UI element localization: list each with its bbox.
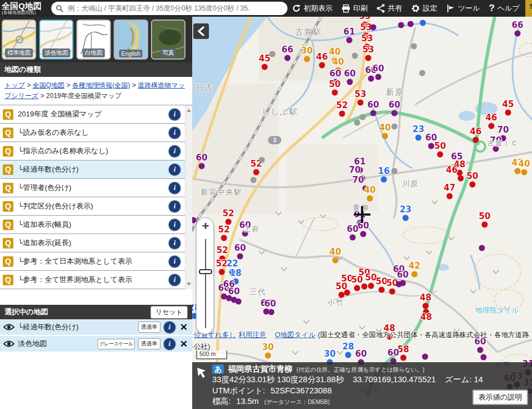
map-layer-option[interactable]: Q└参考：全て世界測地系として表示i [0, 271, 192, 289]
bridge-point[interactable] [368, 283, 374, 289]
bridge-point[interactable] [269, 309, 275, 315]
share-button[interactable]: 共有 [372, 0, 407, 17]
map-layer-option[interactable]: Q└判定区分(色分け表示)i [0, 197, 192, 216]
breadcrumb-link[interactable]: 各種地理情報(全国) [72, 81, 130, 89]
basemap-tab-standard[interactable]: 標準地図 [2, 20, 36, 60]
bridge-point[interactable] [423, 303, 429, 309]
bridge-point[interactable] [221, 235, 227, 241]
map-layer-option[interactable]: Q└指示点のみ(名称表示なし)i [0, 142, 192, 160]
bridge-point[interactable] [482, 222, 488, 228]
bridge-point[interactable] [370, 25, 377, 31]
map-layer-option[interactable]: Q└読み仮名の表示なしi [0, 124, 192, 142]
bridge-point[interactable] [285, 55, 291, 61]
bridge-point[interactable] [352, 53, 358, 59]
bridge-point[interactable] [428, 143, 435, 149]
bridge-point[interactable] [339, 111, 345, 117]
scroll-down-icon[interactable] [187, 283, 191, 286]
bridge-point[interactable] [253, 169, 260, 176]
map-layer-option[interactable]: Q2019年度 全国橋梁マップi [0, 105, 192, 124]
eye-icon[interactable] [3, 323, 14, 331]
bridge-point[interactable] [360, 231, 367, 237]
bridge-point[interactable] [481, 354, 487, 361]
bridge-point[interactable] [411, 43, 417, 50]
qtile-link[interactable]: Q地図タイル [275, 331, 315, 339]
print-button[interactable]: 印刷 [337, 0, 372, 17]
map-layer-option[interactable]: Q└追加表示(幅員)i [0, 216, 192, 234]
bridge-point[interactable] [251, 177, 257, 183]
tools-button[interactable]: ツール [442, 0, 485, 17]
bridge-point[interactable] [416, 135, 422, 141]
reset-layers-button[interactable]: リセット [150, 306, 188, 319]
bridge-point[interactable] [262, 64, 268, 70]
basemap-tab-pale[interactable]: 淡色地図 [39, 20, 74, 60]
eye-icon[interactable] [3, 340, 14, 348]
bridge-point[interactable] [479, 245, 485, 251]
info-button[interactable]: i [169, 182, 180, 194]
bridge-point[interactable] [381, 177, 387, 183]
info-button[interactable]: i [169, 274, 180, 286]
bridge-point[interactable] [370, 110, 377, 116]
reset-view-button[interactable]: 初期表示 [287, 0, 337, 17]
scroll-up-icon[interactable] [187, 109, 191, 112]
bridge-point[interactable] [521, 169, 528, 176]
bridge-point[interactable] [360, 114, 366, 120]
bridge-point[interactable] [419, 70, 426, 76]
zoom-in-button[interactable]: + [197, 219, 214, 233]
bridge-point[interactable] [219, 269, 225, 275]
remove-layer-button[interactable]: ✕ [180, 323, 188, 332]
bridge-point[interactable] [192, 217, 197, 223]
help-button[interactable]: ? ヘルプ [485, 0, 524, 17]
bridge-point[interactable] [354, 120, 360, 126]
basemap-tab-english[interactable]: English [114, 20, 148, 60]
bridge-point[interactable] [265, 353, 271, 359]
breadcrumb-link[interactable]: 全国Q地図 [33, 81, 65, 89]
collapse-panel-button[interactable] [193, 23, 209, 39]
about-badge[interactable]: 全国Q地図 について [525, 0, 532, 17]
bridge-point[interactable] [259, 157, 265, 163]
zoom-slider-handle[interactable] [199, 269, 212, 274]
info-button[interactable]: i [169, 219, 180, 231]
bridge-point[interactable] [392, 110, 398, 116]
info-button[interactable]: i [169, 256, 180, 267]
search-input[interactable] [66, 4, 283, 13]
usage-warning-link[interactable]: 利用注意 [238, 331, 266, 339]
map-layer-option[interactable]: Q└追加表示(延長)i [0, 234, 192, 252]
bridge-point[interactable] [345, 352, 352, 358]
bridge-point[interactable] [379, 287, 385, 293]
bridge-point[interactable] [358, 100, 364, 106]
bridge-point[interactable] [304, 56, 310, 62]
bridge-point[interactable] [333, 257, 339, 264]
bridge-point[interactable] [354, 285, 360, 291]
bridge-point[interactable] [346, 37, 353, 43]
bridge-point[interactable] [199, 163, 205, 169]
bridge-point[interactable] [319, 62, 325, 69]
list-scrollbar[interactable] [185, 105, 192, 289]
info-button[interactable]: i [169, 237, 180, 249]
bridge-point[interactable] [458, 176, 464, 182]
bridge-point[interactable] [350, 235, 356, 241]
map-layer-option[interactable]: Q└経過年数(色分け)i [0, 160, 192, 179]
basemap-tab-white[interactable]: 白地図 [76, 20, 111, 60]
bridge-point[interactable] [412, 271, 418, 277]
explain-values-button[interactable]: 表示値の説明 [472, 389, 528, 405]
layer-option-button[interactable]: 透過率 [138, 322, 160, 333]
kana-badge[interactable]: あ [212, 364, 224, 374]
bridge-point[interactable] [226, 219, 232, 225]
breadcrumb-link[interactable]: トップ [4, 81, 25, 89]
info-button[interactable]: i [169, 164, 180, 176]
bridge-point[interactable] [389, 289, 396, 295]
app-logo[interactable]: 全国Q地図 (各種地形図閲覧) [0, 2, 51, 15]
zoom-slider-track[interactable] [205, 239, 206, 328]
bridge-point[interactable] [367, 196, 373, 202]
bridge-point[interactable] [403, 215, 409, 221]
map-layer-option[interactable]: Q└管理者(色分け)i [0, 179, 192, 197]
bridge-point[interactable] [420, 20, 426, 26]
info-button[interactable]: i [169, 127, 180, 139]
bridge-point[interactable] [347, 79, 353, 85]
map-canvas[interactable]: 3 45663046404061606050525353535353666060… [192, 17, 532, 409]
bridge-point[interactable] [365, 55, 372, 61]
bridge-point[interactable] [489, 123, 495, 129]
bridge-point[interactable] [408, 21, 414, 27]
bridge-point[interactable] [473, 137, 479, 143]
bridge-point[interactable] [362, 284, 368, 290]
